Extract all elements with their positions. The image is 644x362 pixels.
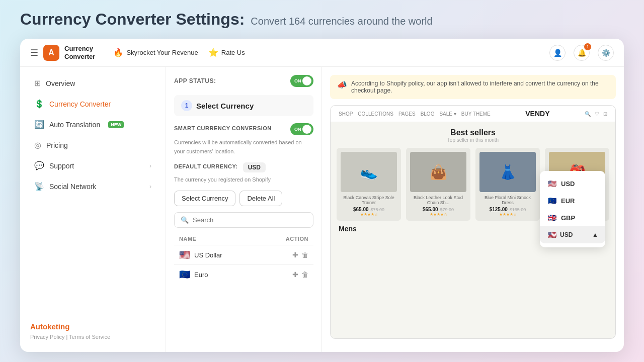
sidebar-item-auto-translation[interactable]: 🔄 Auto Translation NEW — [24, 115, 162, 134]
privacy-link[interactable]: Privacy Policy — [30, 334, 64, 340]
rate-btn[interactable]: ⭐ Rate Us — [208, 48, 245, 57]
smart-conversion-label: SMART CURRENCY CONVERSION — [174, 125, 272, 131]
store-preview: SHOP COLLECTIONS PAGES BLOG SALE ▾ BUY T… — [330, 105, 616, 339]
store-nav-links: SHOP COLLECTIONS PAGES BLOG SALE ▾ BUY T… — [339, 111, 491, 117]
user-icon[interactable]: 👤 — [549, 45, 566, 61]
currency-name: Euro — [194, 271, 292, 279]
currency-actions: ✚ 🗑 — [292, 270, 308, 279]
sidebar-item-overview[interactable]: ⊞ Overview — [24, 73, 162, 93]
warning-banner: 📣 According to Shopify policy, our app i… — [330, 75, 616, 99]
search-box: 🔍 — [174, 212, 313, 228]
switcher-item-usd[interactable]: 🇺🇸 USD — [540, 175, 605, 192]
switcher-footer[interactable]: 🇺🇸 USD ▲ — [540, 226, 605, 243]
sidebar-item-social-network[interactable]: 📡 Social Network › — [24, 176, 162, 196]
sidebar-item-label: Auto Translation — [49, 121, 100, 129]
action-buttons: Select Currency Delete All — [174, 191, 313, 206]
search-icon: 🔍 — [181, 216, 189, 224]
eur-flag: 🇪🇺 — [547, 196, 557, 206]
toggle-knob — [302, 76, 311, 85]
topbar-right: 👤 🔔 1 ⚙️ — [549, 45, 614, 61]
app-status-toggle[interactable]: ON — [290, 75, 313, 87]
sidebar-item-pricing[interactable]: ◎ Pricing — [24, 135, 162, 155]
settings-panel: APP STATUS: ON 1 Select Currency SMART C… — [166, 67, 322, 352]
terms-link[interactable]: Terms of Service — [69, 334, 110, 340]
product-card: 👜 Black Leather Look Stud Chain Sh... $6… — [406, 148, 470, 221]
skyrocket-btn[interactable]: 🔥 Skyrocket Your Revenue — [113, 48, 198, 57]
switcher-item-gbp[interactable]: 🇬🇧 GBP — [540, 209, 605, 226]
page-header: Currency Converter Settings: Convert 164… — [20, 10, 624, 29]
sidebar-item-currency-converter[interactable]: 💲 Currency Converter — [24, 94, 162, 114]
store-nav: SHOP COLLECTIONS PAGES BLOG SALE ▾ BUY T… — [331, 106, 615, 122]
usd-flag: 🇺🇸 — [547, 178, 557, 189]
store-cart-icon: ⊡ — [603, 111, 607, 117]
delete-all-button[interactable]: Delete All — [239, 191, 282, 206]
add-currency-icon[interactable]: ✚ — [292, 270, 298, 279]
selected-flag: 🇺🇸 — [547, 230, 557, 240]
currency-icon: 💲 — [34, 99, 44, 109]
preview-panel: 📣 According to Shopify policy, our app i… — [322, 67, 624, 352]
sidebar-bottom: Autoketing Privacy Policy | Terms of Ser… — [20, 316, 166, 346]
gbp-label: GBP — [561, 214, 575, 222]
topbar: ☰ A Currency Converter 🔥 Skyrocket Your … — [20, 39, 624, 67]
currency-table-header: NAME ACTION — [174, 233, 313, 245]
currency-actions: ✚ 🗑 — [292, 251, 308, 259]
app-logo: A — [43, 45, 59, 61]
add-currency-icon[interactable]: ✚ — [292, 251, 298, 259]
delete-currency-icon[interactable]: 🗑 — [301, 251, 308, 259]
notification-icon[interactable]: 🔔 1 — [574, 45, 590, 61]
smart-conversion-row: SMART CURRENCY CONVERSION ON — [174, 123, 313, 135]
switcher-item-eur[interactable]: 🇪🇺 EUR — [540, 192, 605, 209]
hamburger-icon[interactable]: ☰ — [30, 47, 38, 58]
sidebar-item-label: Support — [49, 162, 74, 170]
product-price: $65.00 — [423, 207, 438, 212]
col-name-header: NAME — [179, 236, 278, 242]
table-row: 🇺🇸 US Dollar ✚ 🗑 — [174, 245, 313, 264]
product-card: 👟 Black Canvas Stripe Sole Trainer $65.0… — [337, 148, 401, 221]
default-currency-section: DEFAULT CURRENCY: USD The currency you r… — [174, 162, 313, 184]
main-content: ⊞ Overview 💲 Currency Converter 🔄 Auto T… — [20, 67, 624, 352]
product-old-price: $75.00 — [371, 207, 385, 212]
product-old-price: $165.00 — [510, 207, 526, 212]
smart-conversion-desc: Currencies will be automatically convert… — [174, 139, 302, 154]
usd-label: USD — [561, 180, 575, 188]
right-panel: APP STATUS: ON 1 Select Currency SMART C… — [166, 67, 624, 352]
product-name: Black Canvas Stripe Sole Trainer — [341, 195, 397, 205]
fire-icon: 🔥 — [113, 48, 123, 57]
delete-currency-icon[interactable]: 🗑 — [301, 270, 308, 279]
product-price: $125.00 — [490, 207, 508, 212]
store-search-icon: 🔍 — [585, 111, 591, 117]
notification-badge: 1 — [584, 43, 591, 50]
arrow-icon: › — [149, 162, 151, 169]
overview-icon: ⊞ — [34, 78, 41, 88]
us-flag: 🇺🇸 — [179, 249, 190, 260]
warning-icon: 📣 — [337, 80, 347, 89]
smart-conversion-section: SMART CURRENCY CONVERSION ON Currencies … — [174, 123, 313, 155]
sidebar-item-support[interactable]: 💬 Support › — [24, 156, 162, 175]
product-name: Blue Floral Mini Smock Dress — [479, 195, 536, 205]
settings-icon[interactable]: ⚙️ — [598, 45, 614, 61]
currency-switcher[interactable]: 🇺🇸 USD 🇪🇺 EUR 🇬🇧 GBP 🇺🇸 — [540, 171, 605, 247]
app-status-row: APP STATUS: ON — [174, 75, 313, 87]
store-wishlist-icon: ♡ — [595, 111, 599, 117]
sidebar: ⊞ Overview 💲 Currency Converter 🔄 Auto T… — [20, 67, 166, 352]
select-currency-button[interactable]: Select Currency — [174, 191, 235, 206]
app-status-label: APP STATUS: — [174, 77, 216, 84]
app-name: Currency Converter — [64, 45, 95, 60]
eur-label: EUR — [561, 197, 575, 205]
product-old-price: $79.00 — [440, 207, 454, 212]
warning-text: According to Shopify policy, our app isn… — [351, 80, 609, 94]
search-input[interactable] — [193, 216, 307, 224]
default-currency-desc: The currency you registered on Shopify — [174, 176, 271, 183]
smart-conversion-toggle[interactable]: ON — [290, 123, 313, 135]
col-action-header: ACTION — [278, 236, 308, 242]
store-logo: VENDY — [525, 110, 549, 118]
sidebar-item-label: Currency Converter — [49, 100, 111, 108]
topbar-left: ☰ A Currency Converter — [30, 45, 95, 61]
select-currency-title: Select Currency — [196, 102, 254, 110]
default-currency-label: DEFAULT CURRENCY: — [174, 163, 238, 169]
store-title: Best sellers Top seller in this month — [337, 128, 609, 143]
table-row: 🇪🇺 Euro ✚ 🗑 — [174, 264, 313, 284]
app-window: ☰ A Currency Converter 🔥 Skyrocket Your … — [20, 39, 624, 352]
store-nav-icons: 🔍 ♡ ⊡ — [585, 111, 607, 117]
chevron-up-icon: ▲ — [592, 231, 598, 238]
